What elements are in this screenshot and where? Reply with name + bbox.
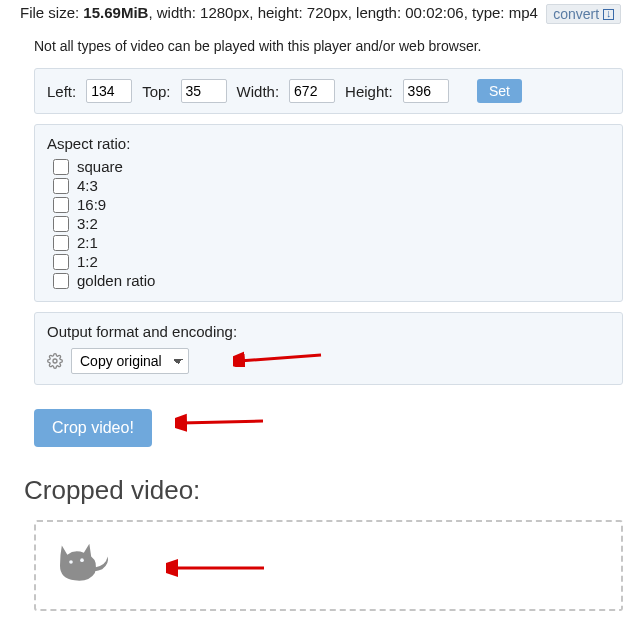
- cat-placeholder-icon: [52, 540, 112, 584]
- aspect-option[interactable]: 16:9: [53, 196, 610, 213]
- left-label: Left:: [47, 83, 76, 100]
- file-width-label: , width:: [148, 4, 200, 21]
- aspect-checkbox[interactable]: [53, 178, 69, 194]
- top-input[interactable]: [181, 79, 227, 103]
- aspect-option[interactable]: square: [53, 158, 610, 175]
- file-height-label: , height:: [249, 4, 307, 21]
- cropped-video-heading: Cropped video:: [24, 475, 623, 506]
- aspect-label: 1:2: [77, 253, 98, 270]
- height-label: Height:: [345, 83, 393, 100]
- aspect-checkbox[interactable]: [53, 235, 69, 251]
- aspect-checkbox[interactable]: [53, 197, 69, 213]
- player-note: Not all types of video can be played wit…: [34, 38, 623, 54]
- file-metadata: File size: 15.69MiB, width: 1280px, heig…: [20, 4, 623, 24]
- file-type-label: , type:: [464, 4, 509, 21]
- height-input[interactable]: [403, 79, 449, 103]
- output-title: Output format and encoding:: [47, 323, 610, 340]
- aspect-option[interactable]: 4:3: [53, 177, 610, 194]
- file-type-value: mp4: [509, 4, 538, 21]
- aspect-ratio-panel: Aspect ratio: square4:316:93:22:11:2gold…: [34, 124, 623, 302]
- aspect-option[interactable]: 1:2: [53, 253, 610, 270]
- svg-point-4: [80, 558, 84, 562]
- svg-line-2: [181, 421, 263, 423]
- crop-coordinates-panel: Left: Top: Width: Height: Set: [34, 68, 623, 114]
- aspect-option[interactable]: 2:1: [53, 234, 610, 251]
- gear-icon: [47, 353, 63, 369]
- download-icon: [603, 9, 614, 20]
- file-length-value: 00:02:06: [405, 4, 463, 21]
- file-length-label: , length:: [348, 4, 406, 21]
- file-size-label: File size:: [20, 4, 83, 21]
- convert-label: convert: [553, 6, 599, 22]
- aspect-label: 2:1: [77, 234, 98, 251]
- svg-point-0: [53, 359, 57, 363]
- file-size-value: 15.69MiB: [83, 4, 148, 21]
- file-height-value: 720px: [307, 4, 348, 21]
- width-label: Width:: [237, 83, 280, 100]
- aspect-checkbox[interactable]: [53, 216, 69, 232]
- width-input[interactable]: [289, 79, 335, 103]
- aspect-option[interactable]: golden ratio: [53, 272, 610, 289]
- aspect-checkbox[interactable]: [53, 254, 69, 270]
- aspect-label: 3:2: [77, 215, 98, 232]
- aspect-label: square: [77, 158, 123, 175]
- annotation-arrow-icon: [175, 413, 265, 433]
- aspect-label: golden ratio: [77, 272, 155, 289]
- left-input[interactable]: [86, 79, 132, 103]
- annotation-arrow-icon: [166, 558, 266, 578]
- convert-button[interactable]: convert: [546, 4, 621, 24]
- aspect-title: Aspect ratio:: [47, 135, 610, 152]
- aspect-label: 4:3: [77, 177, 98, 194]
- result-dropzone: [34, 520, 623, 611]
- aspect-option[interactable]: 3:2: [53, 215, 610, 232]
- top-label: Top:: [142, 83, 170, 100]
- crop-video-button[interactable]: Crop video!: [34, 409, 152, 447]
- output-format-select[interactable]: Copy original: [71, 348, 189, 374]
- aspect-label: 16:9: [77, 196, 106, 213]
- aspect-checkbox[interactable]: [53, 159, 69, 175]
- file-width-value: 1280px: [200, 4, 249, 21]
- svg-point-3: [69, 560, 73, 564]
- set-button[interactable]: Set: [477, 79, 522, 103]
- output-format-panel: Output format and encoding: Copy origina…: [34, 312, 623, 385]
- aspect-checkbox[interactable]: [53, 273, 69, 289]
